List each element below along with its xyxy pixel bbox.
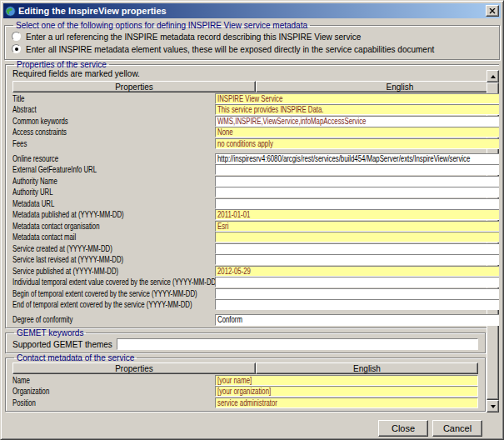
row-label: Metadata contact organisation [12,222,171,231]
field-online-resource[interactable]: http://inspiresrv4:6080/arcgis/rest/serv… [215,153,499,164]
field-title[interactable]: INSPIRE View Service [215,93,499,104]
table-row: Name[your name] [12,375,478,386]
row-label: End of temporal extent covered by the se… [12,300,171,309]
field-fees[interactable]: no conditions apply [215,138,499,149]
field-authority-name[interactable] [215,176,499,187]
field-external-getfeatureinfo-url[interactable] [215,164,499,175]
field-metadata-url[interactable] [215,198,499,209]
table-row: Online resourcehttp://inspiresrv4:6080/a… [12,153,499,164]
column-header-properties: Properties [12,362,256,374]
field-individual-temporal-extent-value-covered-by-the-service-yyyy-mm-dd[interactable] [215,277,499,288]
row-label: Individual temporal extent value covered… [12,278,171,287]
table-row: Authority URL [12,187,499,198]
row-label: Begin of temporal extent covered by the … [12,289,171,298]
column-header-properties: Properties [12,81,256,92]
contact-metadata-group: Contact metadata of the service Properti… [5,353,486,412]
field-metadata-contact-mail[interactable] [215,232,499,242]
field-common-keywords[interactable]: WMS,INSPIRE,ViewService,infoMapAccessSer… [215,116,499,127]
field-access-constraints[interactable]: None [215,127,499,138]
field-authority-url[interactable] [215,187,499,198]
table-row: Feesno conditions apply [12,138,499,149]
row-label: Online resource [12,154,171,163]
field-value: None [217,128,233,137]
dialog-window: Editing the InspireView properties Selec… [0,0,504,440]
chevron-down-icon [491,405,496,408]
scroll-up-button[interactable] [487,70,499,82]
field-value: [your name] [217,376,252,385]
radio-button-selected-icon[interactable] [12,44,21,53]
field-value: 2011-01-01 [217,210,250,219]
row-label: Service last revised at (YYYY-MM-DD) [12,255,171,264]
field-value: service administrator [217,398,277,408]
titlebar[interactable]: Editing the InspireView properties [3,3,501,18]
cancel-button[interactable]: Cancel [432,420,482,437]
field-service-created-at-yyyy-mm-dd[interactable] [215,243,499,254]
field-value: INSPIRE View Service [217,94,282,103]
scroll-pane: Properties of the service Required field… [5,60,499,418]
radio-option-inline-metadata[interactable]: Enter all INSPIRE metadata element value… [12,44,492,54]
gemet-keywords-group: GEMET keywords Supported GEMET themes [5,328,486,353]
field-service-last-revised-at-yyyy-mm-dd[interactable] [215,254,499,265]
row-label: Title [12,94,171,103]
metadata-options-group: Select one of the following options for … [4,21,500,60]
scroll-down-button[interactable] [487,400,499,412]
service-properties-group-title: Properties of the service [14,60,109,69]
field-metadata-contact-organisation[interactable]: Esri [215,221,499,232]
row-label: Degree of conformity [12,315,171,324]
field-position[interactable]: service administrator [215,398,478,408]
table-row: End of temporal extent covered by the se… [12,299,499,310]
table-row: TitleINSPIRE View Service [12,93,499,104]
radio-button-icon[interactable] [12,32,21,41]
row-label: Authority URL [12,188,171,197]
table-row: Metadata contact mail [12,232,499,242]
required-fields-note: Required fields are marked yellow. [12,69,499,79]
row-label: Authority Name [12,177,171,186]
radio-option-metadata-url[interactable]: Enter a url referencing the INSPIRE meta… [12,32,492,42]
table-row: External GetFeatureInfo URL [12,164,499,175]
field-name[interactable]: [your name] [215,375,478,386]
chevron-up-icon [491,75,496,78]
field-value: WMS,INSPIRE,ViewService,infoMapAccessSer… [217,117,366,126]
row-label: Abstract [12,105,171,114]
table-row: Begin of temporal extent covered by the … [12,288,499,299]
table-row: Individual temporal extent value covered… [12,277,499,288]
gemet-themes-field[interactable] [117,338,478,350]
table-row: Access constraintsNone [12,127,499,138]
table-row: Service last revised at (YYYY-MM-DD) [12,254,499,265]
row-label: External GetFeatureInfo URL [12,165,171,174]
table-row: Service created at (YYYY-MM-DD) [12,243,499,254]
row-label: Service published at (YYYY-MM-DD) [12,267,171,276]
column-header-english: English [256,362,478,374]
field-value: [your organization] [217,387,271,396]
field-value: Esri [217,222,228,231]
field-metadata-published-at-yyyy-mm-dd[interactable]: 2011-01-01 [215,209,499,220]
row-label: Metadata URL [12,199,171,208]
table-row: Metadata contact organisationEsri [12,221,499,232]
field-value: http://inspiresrv4:6080/arcgis/rest/serv… [217,154,470,163]
service-properties-group: Properties of the service Required field… [5,60,499,328]
field-end-of-temporal-extent-covered-by-the-service-yyyy-mm-dd[interactable] [215,299,499,310]
gemet-keywords-group-title: GEMET keywords [14,328,86,338]
table-row: Service published at (YYYY-MM-DD)2012-05… [12,266,499,277]
close-button[interactable]: Close [378,420,428,437]
table-row: Metadata published at (YYYY-MM-DD)2011-0… [12,209,499,220]
field-organization[interactable]: [your organization] [215,386,478,397]
selected-value: Conform [217,315,461,324]
field-service-published-at-yyyy-mm-dd[interactable]: 2012-05-29 [215,266,499,277]
table-row: Metadata URL [12,198,499,209]
field-abstract[interactable]: This service provides INSPIRE Data. [215,104,499,115]
close-icon[interactable] [486,5,499,17]
field-begin-of-temporal-extent-covered-by-the-service-yyyy-mm-dd[interactable] [215,288,499,299]
row-label: Metadata contact mail [12,232,171,242]
table-row: Positionservice administrator [12,398,478,408]
degree-of-conformity-select[interactable]: Conform [215,314,499,326]
contact-metadata-table: Name[your name]Organization[your organiz… [12,375,478,408]
service-properties-table: TitleINSPIRE View ServiceAbstractThis se… [12,93,499,326]
metadata-options-group-title: Select one of the following options for … [13,21,310,30]
row-label: Name [12,376,171,385]
window-icon [5,6,16,17]
column-header-english: English [256,81,499,92]
dialog-footer: Close Cancel [4,420,500,437]
row-label: Position [12,398,171,408]
scroll-content: Properties of the service Required field… [5,60,486,412]
